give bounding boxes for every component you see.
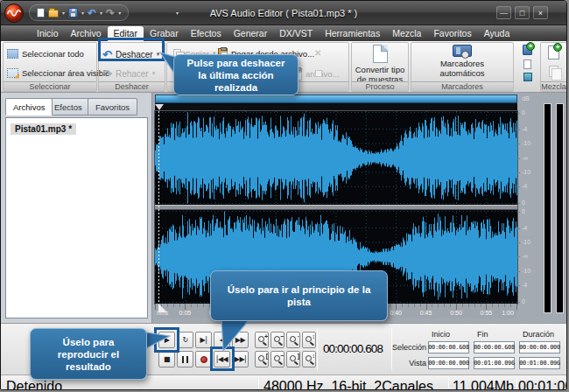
pause-icon (182, 356, 188, 363)
cursor-marker-icon[interactable] (155, 104, 164, 110)
level-meter-left (544, 103, 551, 313)
zoom-vertical-in-button[interactable]: ↕ (302, 332, 316, 348)
open-dropdown-icon[interactable]: ▾ (62, 10, 65, 16)
waveform-channel-left (156, 113, 517, 204)
overview-bar[interactable] (155, 94, 517, 103)
ruler-tick-label: 0:05 (176, 310, 193, 316)
mix-disabled-icon[interactable] (549, 66, 558, 77)
menu-bar: InicioArchivoEditarGrabarEfectosGenerarD… (1, 25, 566, 41)
db-scale-label: 0 (522, 200, 525, 206)
ribbon-group-label-deshacer: Deshacer (99, 81, 165, 91)
tab-efectos[interactable]: Efectos (46, 98, 90, 116)
db-scale-label: -∞ (522, 155, 528, 162)
selection-duration-field[interactable]: 00:00:00.000 (519, 341, 560, 354)
menu-tab-dxvst[interactable]: DX/VST (273, 26, 319, 41)
zoom-modifier-icon: · (298, 333, 299, 340)
zoom-modifier-icon: − (280, 333, 284, 340)
redo-icon[interactable]: ↷ (106, 8, 115, 18)
zoom-in-button[interactable]: + (255, 332, 269, 348)
new-document-icon[interactable] (37, 8, 45, 18)
select-visible-button[interactable]: Seleccionar área visible (7, 65, 109, 80)
window-title: AVS Audio Editor ( Pista01.mp3 * ) (158, 8, 409, 18)
magnifier-icon (290, 355, 296, 361)
select-all-icon (7, 49, 18, 59)
open-folder-icon[interactable] (48, 10, 59, 18)
zoom-selection-button[interactable]: [ (255, 351, 269, 368)
zoom-vertical-out-button[interactable]: ↕ (302, 351, 316, 368)
magnifier-icon (306, 355, 312, 361)
view-start-field[interactable]: 00:00:00.000 (428, 357, 469, 369)
redo-arrow-icon: ↷ (102, 68, 112, 80)
separator (258, 377, 259, 388)
ribbon-group-marcadores: Marcadores automáticos Marcadores (411, 42, 514, 92)
zoom-modifier-icon: − (280, 353, 284, 359)
undo-dropdown-icon[interactable]: ▾ (100, 10, 102, 16)
playhead-marker[interactable] (158, 304, 167, 312)
magnifier-icon (290, 336, 296, 342)
menu-tab-favoritos[interactable]: Favoritos (427, 26, 477, 41)
zoom-modifier-icon: ↕ (313, 353, 316, 359)
ribbon-group-label-marcadores: Marcadores (411, 81, 513, 91)
ruler-tick-label: 1:00 (499, 310, 516, 316)
delete-icon: ✕ (314, 48, 321, 58)
app-window: ▾ ▾ ↶ ▾ ↷ ▾ ▾ AVS Audio Editor ( Pista01… (0, 0, 567, 390)
selection-header-fin: Fin (477, 330, 488, 339)
pause-button[interactable] (177, 351, 193, 368)
zoom-out-full-button[interactable]: − (270, 351, 284, 368)
menu-tab-mezcla[interactable]: Mezcla (386, 26, 427, 41)
redo-caret-icon: ▾ (152, 70, 156, 77)
play-loop-icon: ↻ (182, 337, 187, 344)
save-dropdown-icon[interactable]: ▾ (81, 10, 84, 16)
save-icon[interactable] (68, 8, 78, 18)
redo-dropdown-icon[interactable]: ▾ (118, 10, 121, 16)
status-state: Detenido (6, 379, 62, 390)
db-scale-label: -4 (522, 126, 527, 133)
zoom-plan-button[interactable]: · (286, 332, 300, 348)
redo-button[interactable]: ↷ Rehacer ▾ (102, 66, 155, 81)
mix-new-icon[interactable] (548, 46, 559, 60)
zoom-modifier-icon: [ (266, 353, 268, 359)
callout-play: Úselo para reproducir el resultado (30, 328, 147, 380)
select-all-button[interactable]: Seleccionar todo (7, 46, 84, 61)
avs-logo-icon (4, 3, 25, 27)
view-row-label: Vista (388, 359, 426, 368)
stop-button[interactable]: ■ (158, 351, 175, 368)
menu-tab-efectos[interactable]: Efectos (185, 26, 228, 41)
callout-go-start: Úselo para ir al principio de la pista (210, 270, 388, 321)
convert-samples-button[interactable]: Convertir tipo de muestras (352, 45, 408, 84)
tab-favoritos[interactable]: Favoritos (88, 98, 137, 116)
selection-end-field[interactable]: 00:00:00.608 (474, 341, 515, 354)
minimize-button[interactable]: — (496, 6, 511, 19)
auto-markers-button[interactable]: Marcadores automáticos (411, 45, 513, 78)
menu-tab-generar[interactable]: Generar (228, 26, 274, 41)
callout-undo: Pulse para deshacer la última acción rea… (173, 54, 299, 95)
delete-button[interactable]: ✕ (314, 45, 321, 60)
zoom-modifier-icon: ↕ (313, 333, 316, 340)
trim-button[interactable] (315, 66, 322, 81)
ribbon-group-seleccionar: Seleccionar todo Seleccionar área visibl… (3, 42, 97, 92)
separator (516, 377, 517, 388)
selection-start-field[interactable]: 00:00:00.608 (428, 341, 469, 354)
db-scale-label: 0 (522, 109, 525, 116)
ribbon-group-label-mezcla: Mezcla (541, 81, 566, 91)
zoom-default-button[interactable]: ] (286, 351, 300, 368)
db-scale-label: -∞ (522, 253, 528, 260)
db-scale-label: -4 (522, 225, 527, 232)
level-meter-right (556, 103, 564, 313)
highlight-box-undo (98, 38, 165, 61)
marker-strip[interactable] (155, 103, 517, 111)
menu-tab-herramientas[interactable]: Herramientas (319, 26, 386, 41)
menu-tab-ayuda[interactable]: Ayuda (478, 26, 516, 41)
selection-header-inicio: Inicio (432, 330, 450, 339)
forward-icon: ▶▶ (235, 337, 245, 344)
file-list-item[interactable]: Pista01.mp3 * (11, 123, 76, 135)
magnifier-icon (306, 336, 312, 342)
menu-tab-inicio[interactable]: Inicio (31, 26, 65, 41)
undo-icon[interactable]: ↶ (88, 8, 96, 18)
select-visible-label: Seleccionar área visible (22, 68, 109, 78)
ruler-tick-label: 0:55 (477, 310, 495, 316)
tab-archivos[interactable]: Archivos (5, 98, 53, 116)
zoom-out-button[interactable]: − (270, 332, 284, 348)
view-duration-field[interactable]: 00:01:00.096 (519, 357, 560, 369)
view-end-field[interactable]: 00:01:00.096 (474, 357, 515, 369)
